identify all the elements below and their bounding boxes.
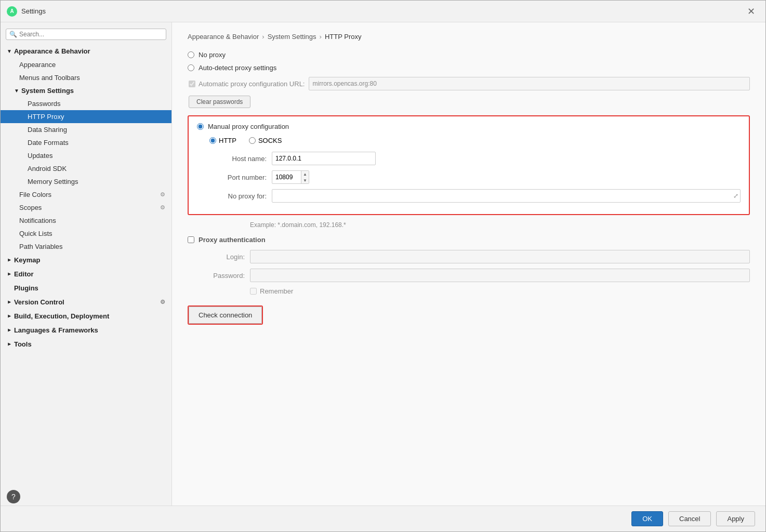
breadcrumb: Appearance & Behavior › System Settings … (188, 33, 750, 41)
auto-config-label: Automatic proxy configuration URL: (199, 80, 305, 88)
close-button[interactable]: ✕ (743, 5, 759, 18)
sidebar-item-system-settings[interactable]: ▼ System Settings (1, 84, 171, 97)
apply-button[interactable]: Apply (716, 511, 755, 526)
login-label: Login: (203, 253, 245, 261)
no-proxy-input-wrapper: ⤢ (272, 189, 741, 203)
port-increment-button[interactable]: ▲ (301, 171, 309, 177)
manual-proxy-box: Manual proxy configuration HTTP SOCKS Ho (188, 115, 750, 215)
no-proxy-label[interactable]: No proxy (199, 51, 226, 59)
search-input[interactable] (19, 31, 163, 38)
proxy-auth-row: Proxy authentication (188, 236, 750, 244)
bottom-bar: OK Cancel Apply (1, 506, 765, 531)
chevron-right-icon: ▼ (6, 300, 12, 305)
port-label: Port number: (209, 174, 267, 181)
ok-button[interactable]: OK (631, 511, 663, 526)
password-row: Password: (188, 269, 750, 282)
content-area: 🔍 ▼ Appearance & Behavior Appearance Men… (1, 22, 765, 506)
no-proxy-radio[interactable] (188, 51, 194, 58)
host-label: Host name: (209, 155, 267, 163)
manual-proxy-radio[interactable] (197, 123, 204, 130)
check-connection-button[interactable]: Check connection (189, 307, 262, 324)
sidebar-item-build-execution[interactable]: ▼ Build, Execution, Deployment (1, 309, 171, 323)
sidebar-item-scopes[interactable]: Scopes ⚙ (1, 201, 171, 214)
proxy-auth-label: Proxy authentication (199, 236, 266, 244)
settings-icon: ⚙ (160, 299, 165, 305)
sidebar-item-notifications[interactable]: Notifications (1, 214, 171, 227)
port-decrement-button[interactable]: ▼ (301, 177, 309, 183)
auto-detect-label[interactable]: Auto-detect proxy settings (199, 64, 276, 72)
sidebar-item-appearance[interactable]: Appearance (1, 58, 171, 71)
breadcrumb-sep1: › (262, 33, 264, 41)
chevron-right-icon: ▼ (6, 342, 12, 347)
sidebar-item-android-sdk[interactable]: Android SDK (1, 162, 171, 175)
title-bar: A Settings ✕ (1, 1, 765, 22)
chevron-down-icon: ▼ (14, 88, 19, 94)
sidebar-item-updates[interactable]: Updates (1, 149, 171, 162)
sidebar-item-http-proxy[interactable]: HTTP Proxy (1, 110, 171, 123)
chevron-right-icon: ▼ (6, 272, 12, 277)
remember-label: Remember (260, 287, 293, 295)
socks-radio[interactable] (249, 137, 256, 144)
auto-config-input[interactable] (309, 77, 750, 90)
auto-proxy-url-row: Automatic proxy configuration URL: (188, 77, 750, 90)
proxy-protocol-row: HTTP SOCKS (209, 137, 741, 144)
port-number-row: Port number: ▲ ▼ (209, 170, 741, 184)
login-row: Login: (188, 250, 750, 263)
sidebar-item-passwords[interactable]: Passwords (1, 97, 171, 110)
remember-checkbox[interactable] (250, 288, 257, 295)
sidebar-item-data-sharing[interactable]: Data Sharing (1, 123, 171, 136)
auto-detect-option[interactable]: Auto-detect proxy settings (188, 64, 750, 72)
chevron-down-icon: ▼ (7, 48, 12, 54)
no-proxy-input[interactable] (272, 189, 741, 203)
manual-proxy-header: Manual proxy configuration (197, 123, 741, 130)
sidebar-item-file-colors[interactable]: File Colors ⚙ (1, 188, 171, 201)
sidebar-item-memory-settings[interactable]: Memory Settings (1, 175, 171, 188)
auto-detect-radio[interactable] (188, 64, 194, 71)
password-input[interactable] (250, 269, 750, 282)
sidebar-item-version-control[interactable]: ▼ Version Control ⚙ (1, 295, 171, 309)
port-spinners: ▲ ▼ (301, 171, 309, 183)
http-radio[interactable] (209, 137, 216, 144)
sidebar-item-path-variables[interactable]: Path Variables (1, 240, 171, 253)
sidebar-search-container[interactable]: 🔍 (6, 29, 166, 40)
sidebar-item-tools[interactable]: ▼ Tools (1, 337, 171, 351)
breadcrumb-part2: System Settings (268, 33, 316, 41)
main-panel: Appearance & Behavior › System Settings … (172, 22, 765, 506)
host-input[interactable] (272, 152, 376, 165)
login-input[interactable] (250, 250, 750, 263)
cancel-button[interactable]: Cancel (668, 511, 711, 526)
settings-icon: ⚙ (160, 204, 165, 211)
breadcrumb-part3: HTTP Proxy (325, 33, 362, 41)
host-name-row: Host name: (209, 152, 741, 165)
sidebar-item-plugins[interactable]: ▼ Plugins (1, 281, 171, 295)
sidebar-item-appearance-behavior[interactable]: ▼ Appearance & Behavior (1, 44, 171, 58)
example-text: Example: *.domain.com, 192.168.* (188, 221, 750, 229)
http-protocol-option[interactable]: HTTP (209, 137, 236, 144)
expand-icon[interactable]: ⤢ (733, 192, 738, 200)
socks-protocol-option[interactable]: SOCKS (249, 137, 282, 144)
search-icon: 🔍 (9, 31, 17, 38)
chevron-right-icon: ▼ (6, 328, 12, 333)
manual-proxy-label[interactable]: Manual proxy configuration (208, 123, 289, 130)
clear-passwords-button[interactable]: Clear passwords (189, 96, 250, 108)
app-icon: A (7, 6, 17, 17)
remember-row: Remember (188, 287, 750, 295)
check-connection-wrapper: Check connection (188, 305, 263, 325)
auto-config-checkbox[interactable] (189, 81, 195, 87)
window-title: Settings (21, 7, 743, 15)
no-proxy-for-label: No proxy for: (209, 192, 267, 200)
port-input[interactable] (272, 172, 301, 182)
sidebar-item-date-formats[interactable]: Date Formats (1, 136, 171, 149)
sidebar-item-quick-lists[interactable]: Quick Lists (1, 227, 171, 240)
help-button[interactable]: ? (7, 490, 20, 503)
sidebar-item-keymap[interactable]: ▼ Keymap (1, 253, 171, 267)
proxy-auth-checkbox[interactable] (188, 236, 194, 243)
no-proxy-option[interactable]: No proxy (188, 51, 750, 59)
breadcrumb-sep2: › (320, 33, 322, 41)
sidebar-item-editor[interactable]: ▼ Editor (1, 267, 171, 281)
settings-icon: ⚙ (160, 191, 165, 198)
sidebar-item-menus-toolbars[interactable]: Menus and Toolbars (1, 71, 171, 84)
chevron-right-icon: ▼ (6, 258, 12, 263)
breadcrumb-part1: Appearance & Behavior (188, 33, 259, 41)
sidebar-item-languages-frameworks[interactable]: ▼ Languages & Frameworks (1, 323, 171, 337)
